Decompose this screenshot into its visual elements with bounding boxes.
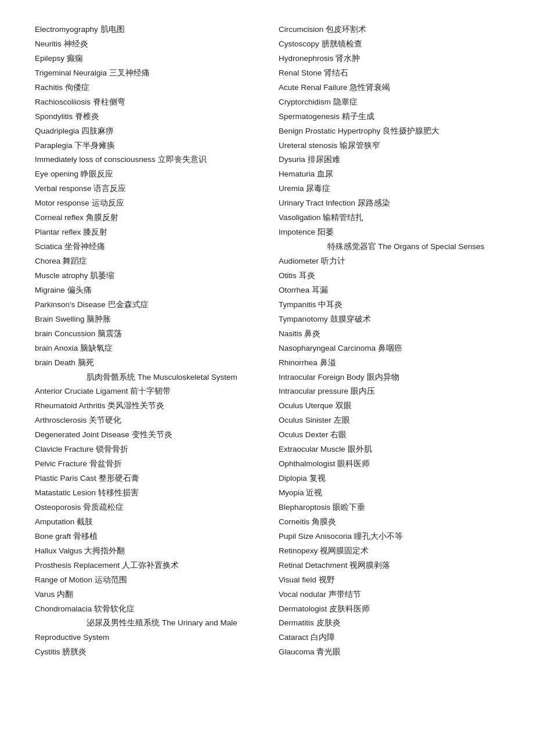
- list-item: Oculus Sinister 左眼: [279, 414, 499, 427]
- list-item: Cystitis 膀胱炎: [35, 646, 255, 659]
- list-item: Varus 内翻: [35, 588, 255, 602]
- list-item: Nasopharyngeal Carcinoma 鼻咽癌: [279, 342, 499, 355]
- list-item: Visual field 视野: [279, 574, 499, 587]
- list-item: Epilepsy 癫痫: [35, 52, 255, 66]
- list-item: Quadriplegia 四肢麻痹: [35, 125, 255, 138]
- list-item: Hydronephrosis 肾水肿: [279, 52, 499, 66]
- list-item: Dysuria 排尿困难: [279, 153, 499, 167]
- list-item: Urinary Tract Infection 尿路感染: [279, 197, 499, 210]
- list-item: Dermatologist 皮肤科医师: [279, 603, 499, 616]
- list-item: Nasitis 鼻炎: [279, 327, 499, 341]
- list-item: Motor response 运动反应: [35, 197, 255, 210]
- list-item: Anterior Cruciate Ligament 前十字韧带: [35, 385, 255, 398]
- list-item: Chondromalacia 软骨软化症: [35, 603, 255, 616]
- list-item: Arthrosclerosis 关节硬化: [35, 414, 255, 427]
- list-item: Renal Stone 肾结石: [279, 67, 499, 80]
- list-item: Tympanotomy 鼓膜穿破术: [279, 313, 499, 326]
- list-item: Electromyography 肌电图: [35, 23, 255, 37]
- list-item: Audiometer 听力计: [279, 255, 499, 268]
- list-item: Vasoligation 输精管结扎: [279, 211, 499, 225]
- list-item: Retinopexy 视网膜固定术: [279, 545, 499, 558]
- list-item: Oculus Uterque 双眼: [279, 399, 499, 413]
- list-item: Benign Prostatic Hypertrophy 良性摄护腺肥大: [279, 125, 499, 138]
- list-item: Immediately loss of consciousness 立即丧失意识: [35, 153, 255, 167]
- list-item: Impotence 阳萎: [279, 226, 499, 239]
- list-item: Circumcision 包皮环割术: [279, 23, 499, 37]
- list-item: Rachitis 佝偻症: [35, 81, 255, 95]
- list-item: Vocal nodular 声带结节: [279, 588, 499, 602]
- list-item: Bone graft 骨移植: [35, 530, 255, 543]
- list-item: Clavicle Fracture 锁骨骨折: [35, 443, 255, 456]
- list-item: 泌尿及男性生殖系统 The Urinary and Male: [35, 617, 255, 630]
- list-item: Amputation 截肢: [35, 516, 255, 529]
- list-item: Spermatogenesis 精子生成: [279, 110, 499, 124]
- list-item: Muscle atrophy 肌萎缩: [35, 269, 255, 283]
- list-item: Hallux Valgus 大拇指外翻: [35, 545, 255, 558]
- right-column: Circumcision 包皮环割术Cystoscopy 膀胱镜检查Hydron…: [267, 23, 499, 659]
- left-column: Electromyography 肌电图Neuritis 神经炎Epilepsy…: [35, 23, 267, 659]
- list-item: Plastic Paris Cast 整形硬石膏: [35, 472, 255, 485]
- list-item: Eye opening 睁眼反应: [35, 168, 255, 181]
- list-item: Cataract 白内障: [279, 631, 499, 645]
- list-item: Intraocular Foreign Body 眼内异物: [279, 371, 499, 384]
- list-item: Neuritis 神经炎: [35, 38, 255, 51]
- list-item: Tympanitis 中耳炎: [279, 298, 499, 312]
- list-item: Sciatica 坐骨神经痛: [35, 240, 255, 254]
- list-item: Rhinorrhea 鼻溢: [279, 357, 499, 370]
- list-item: Spondylitis 脊椎炎: [35, 110, 255, 124]
- list-item: Corneitis 角膜炎: [279, 516, 499, 529]
- list-item: Cystoscopy 膀胱镜检查: [279, 38, 499, 51]
- list-item: Intraocular pressure 眼内压: [279, 385, 499, 398]
- list-item: Pupil Size Anisocoria 瞳孔大小不等: [279, 530, 499, 543]
- list-item: Plantar reflex 膝反射: [35, 226, 255, 239]
- list-item: Corneal reflex 角膜反射: [35, 211, 255, 225]
- list-item: Diplopia 复视: [279, 472, 499, 485]
- list-item: Uremia 尿毒症: [279, 182, 499, 196]
- list-item: Migraine 偏头痛: [35, 284, 255, 297]
- list-item: Matastatic Lesion 转移性损害: [35, 487, 255, 500]
- list-item: Dermatitis 皮肤炎: [279, 617, 499, 630]
- list-item: 特殊感觉器官 The Organs of Special Senses: [279, 240, 499, 254]
- list-item: Verbal response 语言反应: [35, 182, 255, 196]
- list-item: Trigeminal Neuralgia 三叉神经痛: [35, 67, 255, 80]
- list-item: Parkinson's Disease 巴金森式症: [35, 298, 255, 312]
- list-item: Extraocular Muscle 眼外肌: [279, 443, 499, 456]
- list-item: Oculus Dexter 右眼: [279, 429, 499, 442]
- list-item: Glaucoma 青光眼: [279, 646, 499, 659]
- list-item: Degenerated Joint Disease 变性关节炎: [35, 429, 255, 442]
- list-item: Range of Motion 运动范围: [35, 574, 255, 587]
- list-item: Prosthesis Replacement 人工弥补置换术: [35, 559, 255, 573]
- list-item: Retinal Detachment 视网膜剥落: [279, 559, 499, 573]
- list-item: Ophthalmologist 眼科医师: [279, 458, 499, 471]
- list-item: brain Anoxia 脑缺氧症: [35, 342, 255, 355]
- list-item: Otitis 耳炎: [279, 269, 499, 283]
- list-item: Chorea 舞蹈症: [35, 255, 255, 268]
- list-item: 肌肉骨骼系统 The Musculoskeletal System: [35, 371, 255, 384]
- list-item: Blepharoptosis 眼睑下垂: [279, 501, 499, 514]
- list-item: Otorrhea 耳漏: [279, 284, 499, 297]
- list-item: Rachioscoliiosis 脊柱侧弯: [35, 96, 255, 109]
- list-item: Acute Renal Failure 急性肾衰竭: [279, 81, 499, 95]
- list-item: brain Death 脑死: [35, 357, 255, 370]
- list-item: Paraplegia 下半身瘫痪: [35, 139, 255, 153]
- list-item: Cryptorchidism 隐睾症: [279, 96, 499, 109]
- list-item: Osteoporosis 骨质疏松症: [35, 501, 255, 514]
- list-item: Rheumatoid Arthritis 类风湿性关节炎: [35, 399, 255, 413]
- list-item: Pelvic Fracture 骨盆骨折: [35, 458, 255, 471]
- list-item: Ureteral stenosis 输尿管狭窄: [279, 139, 499, 153]
- list-item: Brain Swelling 脑肿胀: [35, 313, 255, 326]
- list-item: Hematuria 血尿: [279, 168, 499, 181]
- list-item: Reproductive System: [35, 631, 255, 645]
- list-item: Myopia 近视: [279, 487, 499, 500]
- list-item: brain Concussion 脑震荡: [35, 327, 255, 341]
